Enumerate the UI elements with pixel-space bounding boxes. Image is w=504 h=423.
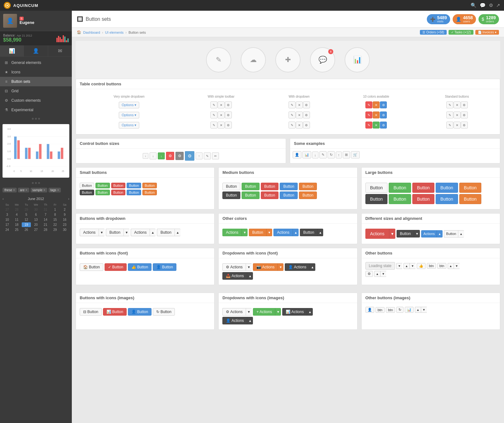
size-btn-settings-gray[interactable]: ⚙ — [175, 152, 184, 160]
stat-users[interactable]: 👤 4658 users — [453, 14, 476, 24]
dd-icon-user-caret[interactable]: ▴ — [309, 263, 315, 271]
size-btn-pencil[interactable]: ✎ — [204, 152, 211, 159]
other-img-refresh[interactable]: ↻ — [396, 307, 404, 313]
invoices-btn[interactable]: 📄 Invoices ▾ — [475, 30, 499, 35]
cal-day[interactable]: 28 — [41, 227, 50, 232]
sidebar-item-experimental[interactable]: ⚗ Experimental — [0, 105, 72, 115]
actions-green-btn[interactable]: Actions — [222, 229, 241, 236]
text-caret-btn[interactable]: ▴ — [448, 263, 454, 269]
dd-img-settings-btn[interactable]: ⚙ Actions — [222, 308, 246, 316]
spin-down[interactable]: ▾ — [410, 263, 415, 269]
lg-btn-red2[interactable]: Button — [412, 194, 434, 204]
cal-day[interactable]: 29 — [22, 207, 31, 212]
settings-spin-down[interactable]: ▾ — [380, 271, 386, 277]
loading-caret-btn[interactable]: ▾ — [396, 263, 402, 269]
cal-day[interactable]: 30 — [31, 207, 40, 212]
button-orange-caret[interactable]: ▾ — [266, 229, 272, 236]
icon-font-btn-check[interactable]: ✓ Button — [105, 263, 127, 271]
ex-refresh[interactable]: ↻ — [328, 151, 335, 158]
size-btn-settings-accent[interactable]: ⚙ — [166, 152, 174, 160]
actions-btn-1[interactable]: Actions — [80, 229, 99, 236]
orders-btn[interactable]: ☰ Orders (+58) — [420, 30, 447, 35]
toolbar-remove-2[interactable]: ✕ — [218, 111, 225, 118]
size-btn-download-xs[interactable]: ↓ — [143, 153, 148, 159]
icon-img-btn-grid[interactable]: ⊟ Button — [80, 308, 102, 316]
settings-icon[interactable]: ⚙ — [489, 3, 493, 8]
lg-btn-blue[interactable]: Button — [436, 183, 458, 193]
cal-day[interactable]: 26 — [22, 227, 31, 232]
other-img-person[interactable]: 👤 — [365, 307, 374, 313]
std-edit-3[interactable]: ✎ — [446, 122, 453, 129]
size-btn-download-md[interactable]: ↓ — [158, 152, 165, 159]
dd-img-settings-caret[interactable]: ▾ — [246, 308, 252, 316]
med-btn-green[interactable]: Button — [242, 183, 260, 190]
lg-btn-orange[interactable]: Button — [459, 183, 481, 193]
dd2-remove-1[interactable]: ✕ — [296, 101, 303, 108]
sidebar-nav-envelope[interactable]: ✉ — [48, 45, 72, 56]
toolbar-edit-3[interactable]: ✎ — [210, 122, 217, 129]
toolbar-settings-2[interactable]: ⚙ — [225, 111, 232, 118]
dd2-remove-2[interactable]: ✕ — [296, 111, 303, 118]
dd-icon-download-btn[interactable]: 📥 Actions — [222, 272, 247, 280]
button-dark-btn[interactable]: Button — [300, 229, 318, 236]
icon-img-btn-user[interactable]: 👤 Button — [128, 308, 152, 316]
circle-cloud[interactable]: ☁ — [241, 47, 266, 72]
cal-day[interactable]: 30 — [60, 227, 69, 232]
tasks-btn[interactable]: ✓ Tasks (+12) — [449, 30, 473, 35]
dd2-remove-3[interactable]: ✕ — [296, 122, 303, 129]
std-remove-3[interactable]: ✕ — [454, 122, 461, 129]
cal-day[interactable]: 22 — [50, 222, 60, 227]
lg-btn-red[interactable]: Button — [412, 183, 434, 193]
options-dropdown-2[interactable]: Options ▾ — [119, 112, 139, 118]
std-settings-1[interactable]: ⚙ — [461, 101, 468, 108]
button-orange-btn[interactable]: Button — [249, 229, 266, 236]
tag-these-remove[interactable]: × — [13, 188, 15, 192]
settings-sm-btn[interactable]: ⚙ — [365, 271, 373, 277]
cal-day[interactable]: 27 — [3, 207, 12, 212]
sidebar-item-custom[interactable]: ⚙ Custom elements — [0, 96, 72, 105]
button-caret-1[interactable]: ▾ — [123, 229, 129, 236]
size-btn-settings-blue[interactable]: ⚙ — [185, 151, 194, 161]
ex-download[interactable]: ↓ — [312, 151, 318, 158]
cal-day[interactable]: 10 — [3, 217, 12, 222]
toolbar-remove-1[interactable]: ✕ — [218, 101, 225, 108]
size-btn-download-sm[interactable]: ↓ — [150, 152, 157, 159]
med-btn-dark[interactable]: Button — [222, 191, 240, 199]
ex-edit[interactable]: ✎ — [319, 151, 327, 158]
sidebar-item-grid[interactable]: ⊟ Grid — [0, 86, 72, 96]
spin-up[interactable]: ▴ — [404, 263, 410, 269]
breadcrumb-ui-elements[interactable]: UI elements — [105, 31, 124, 34]
cal-day[interactable]: 27 — [31, 227, 40, 232]
icon-font-btn-like[interactable]: 👍 Button — [128, 263, 152, 271]
cal-day[interactable]: 7 — [41, 212, 50, 217]
cal-day[interactable]: 24 — [3, 227, 12, 232]
dd-img-plus-btn[interactable]: + Actions — [253, 308, 275, 316]
toolbar-remove-3[interactable]: ✕ — [218, 122, 225, 129]
cal-day[interactable]: 21 — [41, 222, 50, 227]
circle-edit[interactable]: ✎ — [206, 47, 231, 72]
actions-blue-btn[interactable]: Actions — [273, 229, 292, 236]
cal-day[interactable]: 29 — [50, 227, 60, 232]
search-icon[interactable]: 🔍 — [471, 3, 477, 8]
other-img-btn1[interactable]: btn — [375, 307, 385, 313]
button-dark-caret[interactable]: ▴ — [317, 229, 323, 236]
lg-btn-dark[interactable]: Button — [365, 194, 387, 204]
med-btn-orange2[interactable]: Button — [299, 191, 317, 199]
cal-day[interactable]: 23 — [60, 222, 69, 227]
sidebar-item-buttonsets[interactable]: ≡ Button sets — [0, 77, 72, 86]
other-img-spin-up[interactable]: ▴ — [415, 307, 421, 313]
med-btn-blue2[interactable]: Button — [280, 191, 298, 199]
color-red-2[interactable]: ✎ — [365, 111, 372, 118]
toolbar-settings-1[interactable]: ⚙ — [225, 101, 232, 108]
ex-upload[interactable]: ↑ — [336, 151, 342, 158]
stat-visits[interactable]: ➕ 5489 visits — [427, 14, 450, 24]
lg-btn-default[interactable]: Button — [365, 183, 387, 193]
dd-img-plus-caret[interactable]: ▾ — [275, 308, 281, 316]
med-btn-orange[interactable]: Button — [299, 183, 317, 190]
circle-add[interactable]: ✚ — [275, 47, 301, 72]
tag-are-remove[interactable]: × — [26, 188, 27, 192]
color-x-2[interactable]: ✕ — [373, 111, 380, 118]
other-img-chart[interactable]: 📊 — [405, 307, 414, 313]
med-btn-blue[interactable]: Button — [280, 183, 298, 190]
color-red-3[interactable]: ✎ — [365, 122, 372, 129]
